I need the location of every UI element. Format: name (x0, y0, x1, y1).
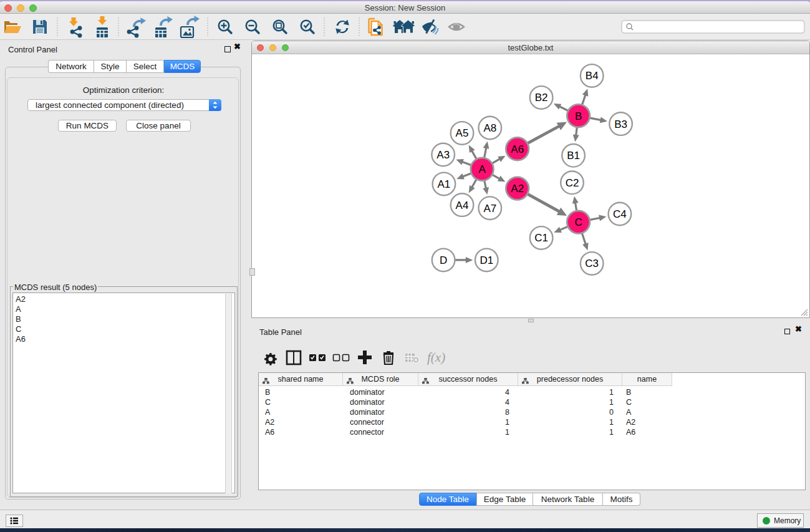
svg-text:B3: B3 (614, 118, 627, 130)
svg-text:B1: B1 (567, 150, 580, 162)
svg-text:C2: C2 (566, 177, 579, 189)
svg-text:D: D (440, 254, 447, 266)
svg-text:A8: A8 (483, 122, 496, 134)
svg-text:f(x): f(x) (427, 350, 445, 365)
svg-text:B2: B2 (535, 92, 548, 104)
svg-text:A2: A2 (511, 183, 524, 195)
svg-text:A3: A3 (436, 149, 450, 161)
svg-text:C1: C1 (534, 232, 548, 244)
svg-text:D1: D1 (480, 254, 493, 266)
svg-text:B: B (575, 110, 582, 122)
svg-text:C4: C4 (613, 208, 627, 220)
svg-text:A5: A5 (456, 127, 469, 139)
svg-text:A4: A4 (456, 200, 469, 211)
svg-text:C: C (574, 216, 582, 228)
svg-text:C3: C3 (585, 258, 599, 269)
svg-text:B4: B4 (586, 70, 599, 82)
svg-text:A7: A7 (483, 203, 496, 215)
svg-text:A6: A6 (511, 143, 524, 155)
svg-text:A: A (478, 163, 486, 175)
svg-text:A1: A1 (438, 178, 451, 190)
